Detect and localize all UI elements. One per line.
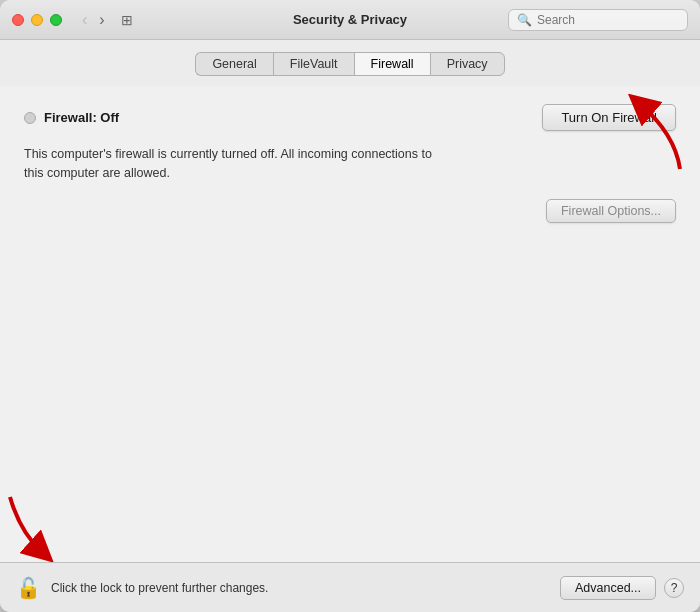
tab-general[interactable]: General [195,52,272,76]
firewall-options-button[interactable]: Firewall Options... [546,199,676,223]
main-window: ‹ › ⊞ Security & Privacy 🔍 General FileV… [0,0,700,612]
grid-icon[interactable]: ⊞ [121,12,133,28]
back-button[interactable]: ‹ [78,10,91,30]
turn-on-firewall-button[interactable]: Turn On Firewall [542,104,676,131]
minimize-button[interactable] [31,14,43,26]
content-area: Firewall: Off Turn On Firewall This comp… [0,86,700,562]
bottom-bar: 🔓 Click the lock to prevent further chan… [0,562,700,612]
lock-icon[interactable]: 🔓 [16,576,41,600]
close-button[interactable] [12,14,24,26]
maximize-button[interactable] [50,14,62,26]
forward-button[interactable]: › [95,10,108,30]
search-input[interactable] [537,13,679,27]
firewall-status-row: Firewall: Off Turn On Firewall [24,104,676,131]
nav-buttons: ‹ › [78,10,109,30]
advanced-button[interactable]: Advanced... [560,576,656,600]
traffic-lights [12,14,62,26]
tab-firewall[interactable]: Firewall [354,52,430,76]
tab-filevault[interactable]: FileVault [273,52,354,76]
search-icon: 🔍 [517,13,532,27]
firewall-description: This computer's firewall is currently tu… [24,145,444,183]
window-title: Security & Privacy [293,12,407,27]
lock-help-text: Click the lock to prevent further change… [51,581,268,595]
status-indicator [24,112,36,124]
search-bar[interactable]: 🔍 [508,9,688,31]
tabs-bar: General FileVault Firewall Privacy [0,40,700,86]
tab-privacy[interactable]: Privacy [430,52,505,76]
firewall-status: Firewall: Off [24,110,119,125]
help-button[interactable]: ? [664,578,684,598]
firewall-status-label: Firewall: Off [44,110,119,125]
title-bar: ‹ › ⊞ Security & Privacy 🔍 [0,0,700,40]
bottom-right-buttons: Advanced... ? [560,576,684,600]
